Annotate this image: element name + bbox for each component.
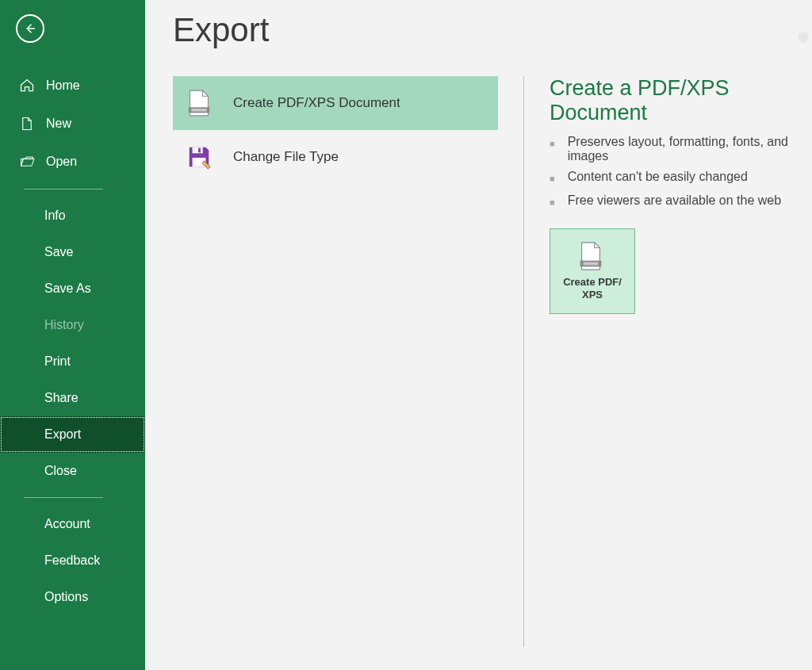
nav-label: New	[46, 117, 71, 131]
bullet-text: Preserves layout, formatting, fonts, and…	[568, 135, 812, 163]
file-backstage: Home New Open Info Save Save As History …	[0, 0, 812, 670]
svg-rect-3	[193, 147, 203, 154]
folder-open-icon	[19, 154, 35, 170]
nav-save[interactable]: Save	[0, 234, 145, 270]
nav-label: Info	[44, 209, 66, 223]
content-area: Export Create PDF/XPS Document	[145, 0, 812, 670]
option-change-file-type[interactable]: Change File Type	[173, 130, 498, 184]
detail-panel: Create a PDF/XPS Document Preserves layo…	[523, 76, 812, 647]
nav-label: Close	[44, 464, 77, 478]
pdf-document-icon	[577, 241, 607, 271]
bullet-item: Preserves layout, formatting, fonts, and…	[550, 135, 812, 163]
nav-save-as[interactable]: Save As	[0, 270, 145, 307]
divider	[24, 497, 103, 498]
nav-label: Print	[44, 354, 71, 369]
option-create-pdf-xps[interactable]: Create PDF/XPS Document	[173, 76, 498, 130]
nav-history[interactable]: History	[0, 307, 145, 343]
panels: Create PDF/XPS Document Change File Type	[173, 76, 812, 647]
option-label: Create PDF/XPS Document	[233, 95, 400, 111]
page-title: Export	[173, 11, 812, 49]
nav-label: Save	[44, 245, 73, 259]
nav-share[interactable]: Share	[0, 380, 145, 416]
nav-label: Export	[44, 427, 81, 442]
nav-options[interactable]: Options	[0, 579, 145, 615]
detail-bullets: Preserves layout, formatting, fonts, and…	[550, 135, 812, 211]
nav-label: Home	[46, 78, 80, 93]
bullet-text: Free viewers are available on the web	[568, 193, 781, 208]
home-icon	[19, 78, 35, 94]
svg-rect-7	[584, 262, 599, 266]
nav-label: Options	[44, 590, 88, 604]
nav-print[interactable]: Print	[0, 343, 145, 380]
nav-label: Save As	[44, 281, 91, 296]
nav-export[interactable]: Export	[0, 416, 145, 453]
pdf-document-icon	[186, 87, 213, 119]
nav-home[interactable]: Home	[0, 67, 145, 105]
svg-rect-5	[198, 148, 201, 153]
nav-open[interactable]: Open	[0, 143, 145, 181]
nav-label: Feedback	[44, 553, 100, 568]
nav-info[interactable]: Info	[0, 197, 145, 234]
divider	[24, 189, 103, 190]
sidebar: Home New Open Info Save Save As History …	[0, 0, 145, 670]
nav-label: Open	[46, 155, 77, 169]
bullet-text: Content can't be easily changed	[568, 170, 748, 184]
button-label: Create PDF/ XPS	[563, 276, 622, 301]
create-pdf-xps-button[interactable]: Create PDF/ XPS	[550, 228, 635, 314]
nav-account[interactable]: Account	[0, 506, 145, 542]
nav-feedback[interactable]: Feedback	[0, 542, 145, 579]
nav-close[interactable]: Close	[0, 453, 145, 489]
nav-label: Share	[44, 391, 79, 405]
option-label: Change File Type	[233, 149, 339, 165]
export-options: Create PDF/XPS Document Change File Type	[173, 76, 498, 647]
bullet-item: Free viewers are available on the web	[550, 193, 812, 211]
svg-rect-2	[191, 109, 206, 112]
back-button[interactable]	[16, 14, 44, 43]
bullet-item: Content can't be easily changed	[550, 170, 812, 187]
detail-title: Create a PDF/XPS Document	[550, 76, 812, 125]
file-icon	[19, 116, 35, 132]
nav-label: History	[44, 318, 84, 332]
nav-label: Account	[44, 517, 90, 531]
save-as-icon	[186, 141, 213, 173]
back-arrow-icon	[23, 21, 37, 36]
help-corner-icon	[798, 32, 809, 43]
nav-new[interactable]: New	[0, 105, 145, 143]
